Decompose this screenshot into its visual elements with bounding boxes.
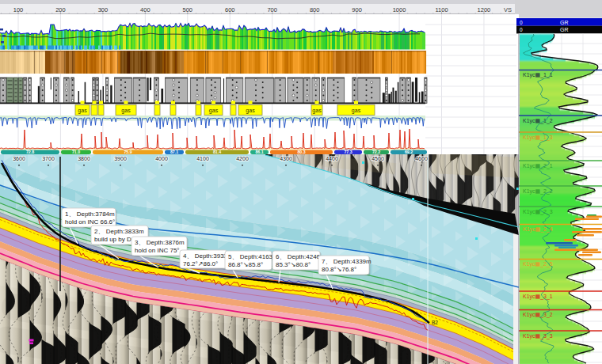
gr-heat-strip [520,254,575,256]
annotation-line1: 3、 Depth:3876m [135,239,185,246]
heat-column [272,51,274,74]
heat-column [295,51,296,74]
gr-heat-strip [520,83,566,85]
litho-dot [124,92,126,93]
surface-log-cyan-column [44,46,46,50]
heat-column [257,51,258,74]
formation-marker-label: K1yc▦_3_2 [523,312,553,318]
gas-tag[interactable] [231,105,236,116]
litho-dot [124,82,126,83]
heat-streak [86,51,87,74]
annotation-line2: 86.8°↘85.8° [228,261,263,268]
surface-log-fill-column [324,32,326,50]
gr-heat-strip [520,303,587,305]
heat-column [363,51,364,74]
litho-coal-bar [415,78,417,102]
litho-block-top [425,78,427,78]
heat-column [178,51,180,74]
litho-dot [333,95,334,97]
heat-streak [223,51,223,74]
surface-log-cyan-column [63,46,65,50]
heat-column [406,51,407,74]
litho-shale-block [19,78,23,104]
lithology-track[interactable] [0,78,427,104]
heat-column [238,51,239,74]
surface-log-cyan-column [48,46,49,50]
litho-block-top [312,78,320,78]
gr-overlay-bar [554,245,578,246]
formation-marker-label: K1yc▦_2_4 [523,226,553,233]
litho-dot [322,95,324,97]
gr-heat-strip [520,176,586,178]
litho-shale-block [14,78,18,104]
litho-coal-bar [391,92,392,104]
gr-heat-strip [520,85,570,86]
heat-column [360,51,361,74]
top-right-corner [515,0,602,18]
gr-log-panel[interactable]: 0GR0GRK1yc▦_1_1K1yc▦_1_2K1yc▦_1_3K1yc▦_2… [516,18,602,364]
heat-column [409,51,410,74]
gas-tag[interactable] [170,105,176,116]
heat-column [301,51,303,74]
gas-tag[interactable] [196,105,201,116]
heat-column [220,51,222,74]
gas-tag[interactable] [91,105,97,116]
gr-heat-strip [520,143,568,145]
gr-heat-strip [520,267,594,268]
heat-column [315,51,317,74]
gr-heat-strip [520,252,577,254]
gr-heat-strip [520,362,583,363]
surface-log-fill-column [226,29,227,50]
gas-tag[interactable] [98,105,104,116]
surface-log-fill-column [269,32,270,50]
formation-marker-label: K1yc▦_1_2 [523,118,553,124]
surface-log-fill-column [278,31,280,50]
surface-log-cyan-column [98,46,100,50]
heat-column [85,51,86,74]
litho-circle [371,82,373,84]
heat-column [333,51,334,74]
litho-dot [296,82,298,83]
heat-column [105,51,107,74]
gr-heat-strip [520,233,579,235]
litho-dot [292,89,294,91]
gr-header-bar[interactable] [516,18,602,26]
heat-column [77,51,78,74]
md-ruler-label: 4000 [155,156,168,161]
surface-log-cyan-column [60,46,62,50]
gr-heat-strip [520,347,592,349]
gas-tag[interactable] [154,105,160,116]
surface-log-cyan-column [90,46,92,50]
heat-column [107,51,109,74]
heat-column [380,51,382,74]
heat-column [8,51,10,74]
surface-log-cyan-column [24,46,25,50]
gr-heat-strip [520,287,580,289]
annotation-line1: 5、 Depth:4163m [228,253,278,260]
litho-dot [173,89,174,91]
gr-heat-strip [520,351,590,352]
gas-litho-mark [155,101,159,104]
gr-heat-strip [520,91,573,93]
litho-circle [322,100,325,102]
heat-column [328,51,330,74]
heat-column [169,51,170,74]
resistivity-heat-track[interactable] [0,51,426,74]
litho-circle [2,79,5,82]
litho-dot [97,89,98,91]
litho-dot [139,89,140,91]
heat-column [425,51,426,74]
gr-heat-strip [520,96,566,97]
heat-column [185,51,187,74]
litho-dot [155,95,157,97]
surface-log-fill-column [332,32,333,50]
surface-log-cyan-column [17,46,19,50]
gas-litho-mark [211,101,215,104]
surface-log-fill-column [170,27,172,49]
gr-header-bar[interactable] [516,26,602,34]
gr-heat-strip [520,112,583,113]
heat-column [276,51,277,74]
surface-log-fill-column [275,32,276,50]
gas-litho-mark [354,101,358,104]
gas-litho-mark [81,101,85,104]
